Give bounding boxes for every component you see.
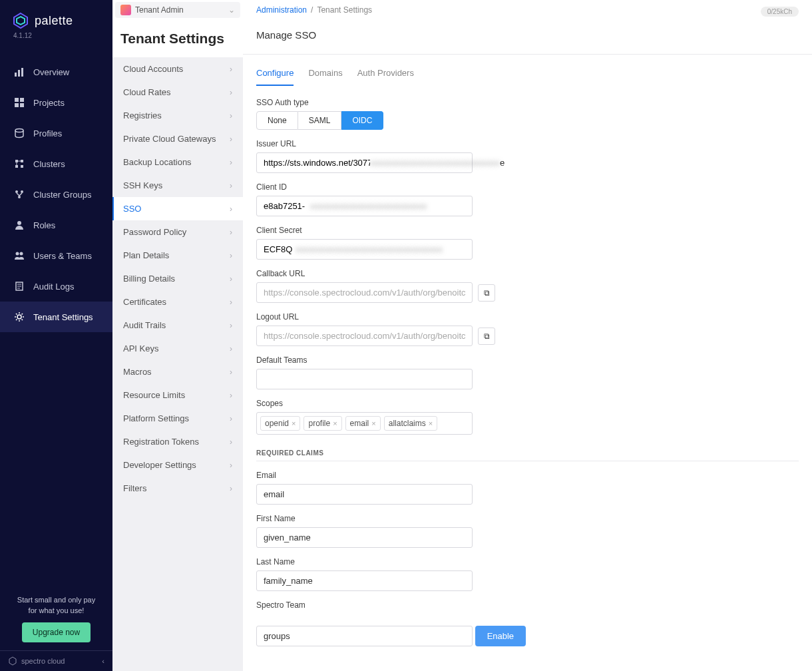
scope-label: openid <box>265 419 289 428</box>
svg-point-21 <box>20 252 23 256</box>
svg-point-16 <box>15 190 18 193</box>
setting-item-audit-trails[interactable]: Audit Trails› <box>112 314 243 337</box>
setting-item-developer-settings[interactable]: Developer Settings› <box>112 453 243 477</box>
setting-label: Cloud Rates <box>123 87 171 97</box>
scopes-label: Scopes <box>256 399 799 408</box>
issuer-tail: e <box>500 158 505 168</box>
svg-rect-4 <box>21 68 23 77</box>
chevron-right-icon: › <box>230 251 232 260</box>
scope-label: email <box>350 419 369 428</box>
nav-item-roles[interactable]: Roles <box>0 210 112 240</box>
chevron-right-icon: › <box>230 65 232 74</box>
scopes-box[interactable]: openid×profile×email×allatclaims× <box>256 412 473 435</box>
remove-scope-icon[interactable]: × <box>371 419 375 427</box>
tenant-admin-dropdown[interactable]: Tenant Admin ⌄ <box>115 2 240 18</box>
spectro-team-claim-input[interactable] <box>256 626 473 646</box>
setting-label: Audit Trails <box>123 320 166 330</box>
setting-item-billing-details[interactable]: Billing Details› <box>112 267 243 290</box>
upgrade-text: Start small and only payfor what you use… <box>8 595 104 616</box>
remove-scope-icon[interactable]: × <box>292 419 296 427</box>
upgrade-button[interactable]: Upgrade now <box>22 622 91 642</box>
copy-logout-button[interactable]: ⧉ <box>478 328 495 345</box>
auth-type-none[interactable]: None <box>256 111 298 130</box>
client-id-input[interactable] <box>264 201 310 211</box>
content: Administration / Tenant Settings Manage … <box>243 0 812 671</box>
setting-item-api-keys[interactable]: API Keys› <box>112 337 243 360</box>
nav-icon <box>13 97 25 109</box>
chevron-right-icon: › <box>230 204 232 214</box>
admin-selector-row: Tenant Admin ⌄ <box>112 0 243 20</box>
nav-icon <box>13 280 25 292</box>
auth-type-saml[interactable]: SAML <box>298 111 342 130</box>
chevron-right-icon: › <box>230 88 232 97</box>
setting-item-password-policy[interactable]: Password Policy› <box>112 220 243 244</box>
setting-item-cloud-accounts[interactable]: Cloud Accounts› <box>112 57 243 81</box>
setting-item-registries[interactable]: Registries› <box>112 104 243 127</box>
last-name-claim-label: Last Name <box>256 557 799 566</box>
copy-callback-button[interactable]: ⧉ <box>478 284 495 302</box>
first-name-claim-input[interactable] <box>256 527 473 548</box>
remove-scope-icon[interactable]: × <box>429 419 433 427</box>
callback-url-label: Callback URL <box>256 269 799 278</box>
setting-label: SSO <box>123 204 141 214</box>
logout-url-label: Logout URL <box>256 312 799 322</box>
tab-auth-providers[interactable]: Auth Providers <box>357 68 414 86</box>
nav-item-clusters[interactable]: Clusters <box>0 148 112 179</box>
nav-item-cluster-groups[interactable]: Cluster Groups <box>0 179 112 210</box>
copy-icon: ⧉ <box>484 332 490 341</box>
setting-item-backup-locations[interactable]: Backup Locations› <box>112 150 243 174</box>
setting-item-sso[interactable]: SSO› <box>112 197 243 220</box>
scope-tag-profile: profile× <box>304 416 341 431</box>
nav-label: Audit Logs <box>33 282 74 292</box>
setting-label: Cloud Accounts <box>123 64 183 74</box>
setting-item-registration-tokens[interactable]: Registration Tokens› <box>112 430 243 453</box>
setting-item-ssh-keys[interactable]: SSH Keys› <box>112 174 243 197</box>
nav-item-users-teams[interactable]: Users & Teams <box>0 240 112 271</box>
chevron-right-icon: › <box>230 391 232 400</box>
logout-url-input[interactable] <box>256 326 473 346</box>
nav-label: Profiles <box>33 128 62 138</box>
callback-url-input[interactable] <box>256 282 473 303</box>
tab-domains[interactable]: Domains <box>308 68 342 86</box>
setting-item-private-cloud-gateways[interactable]: Private Cloud Gateways› <box>112 127 243 150</box>
email-claim-input[interactable] <box>256 484 473 505</box>
setting-item-cloud-rates[interactable]: Cloud Rates› <box>112 81 243 104</box>
setting-label: Macros <box>123 367 152 377</box>
default-teams-input[interactable] <box>256 369 473 389</box>
setting-item-filters[interactable]: Filters› <box>112 477 243 500</box>
nav-item-overview[interactable]: Overview <box>0 57 112 87</box>
brand-footer-text: spectro cloud <box>21 657 65 665</box>
setting-label: Billing Details <box>123 274 175 284</box>
collapse-icon[interactable]: ‹ <box>102 657 104 665</box>
setting-item-platform-settings[interactable]: Platform Settings› <box>112 407 243 430</box>
remove-scope-icon[interactable]: × <box>333 419 337 427</box>
setting-item-macros[interactable]: Macros› <box>112 360 243 383</box>
enable-button[interactable]: Enable <box>475 626 526 646</box>
nav-icon <box>13 66 25 78</box>
auth-type-oidc[interactable]: OIDC <box>341 111 383 130</box>
setting-item-certificates[interactable]: Certificates› <box>112 290 243 314</box>
setting-label: SSH Keys <box>123 180 162 190</box>
nav-item-audit-logs[interactable]: Audit Logs <box>0 271 112 302</box>
breadcrumb-sep: / <box>311 5 313 15</box>
page-title: Tenant Settings <box>112 20 243 57</box>
default-teams-label: Default Teams <box>256 355 799 365</box>
nav-item-projects[interactable]: Projects <box>0 87 112 118</box>
setting-item-plan-details[interactable]: Plan Details› <box>112 244 243 267</box>
tab-configure[interactable]: Configure <box>256 68 294 86</box>
nav-item-profiles[interactable]: Profiles <box>0 118 112 148</box>
tenant-admin-label: Tenant Admin <box>135 5 184 15</box>
auth-type-group: NoneSAMLOIDC <box>256 111 799 130</box>
setting-item-resource-limits[interactable]: Resource Limits› <box>112 383 243 407</box>
nav-item-tenant-settings[interactable]: Tenant Settings <box>0 302 112 332</box>
breadcrumb-root[interactable]: Administration <box>256 5 307 15</box>
issuer-url-input[interactable] <box>264 158 370 168</box>
setting-label: Developer Settings <box>123 460 196 470</box>
setting-label: Password Policy <box>123 227 186 237</box>
client-secret-input[interactable] <box>264 244 296 254</box>
last-name-claim-input[interactable] <box>256 570 473 591</box>
upgrade-area: Start small and only payfor what you use… <box>0 587 112 650</box>
chevron-right-icon: › <box>230 344 232 353</box>
brand-name: palette <box>35 14 73 28</box>
scope-tag-email: email× <box>345 416 381 431</box>
